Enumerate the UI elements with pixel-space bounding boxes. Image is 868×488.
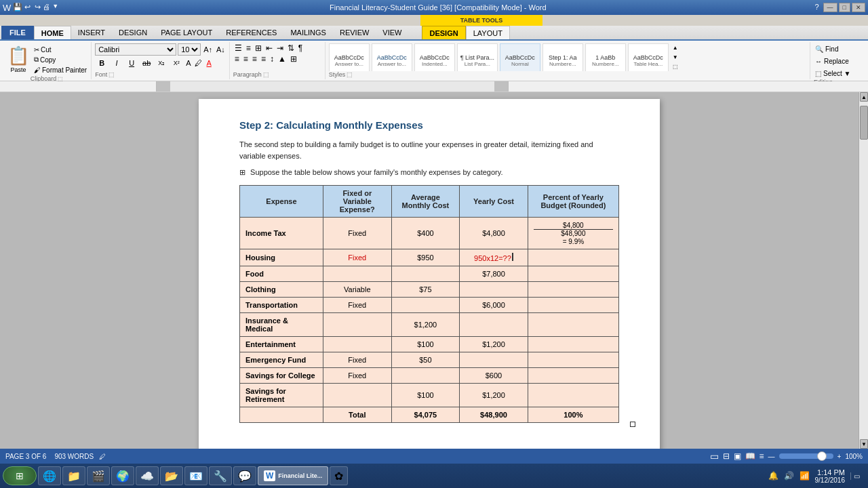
table-resize-handle[interactable] (630, 422, 635, 427)
tab-table-design[interactable]: DESIGN (422, 26, 465, 39)
decrease-indent-btn[interactable]: ⇤ (264, 43, 274, 53)
taskbar-app[interactable]: ✿ (330, 466, 348, 485)
styles-expand-icon[interactable]: ⬚ (347, 71, 353, 78)
cut-button[interactable]: ✂Cut (33, 45, 88, 54)
start-button[interactable]: ⊞ (3, 466, 37, 485)
font-expand-icon[interactable]: ⬚ (108, 71, 115, 78)
taskbar-show-desktop[interactable]: ▭ (850, 472, 860, 480)
borders-btn[interactable]: ⊞ (289, 54, 298, 64)
replace-button[interactable]: ↔Replace (814, 56, 863, 66)
table-move-handle[interactable]: ⊞ (239, 167, 245, 178)
zoom-in-btn[interactable]: + (837, 453, 842, 460)
cell-expense: Clothing (240, 281, 323, 297)
shading-btn[interactable]: ▲ (277, 54, 288, 64)
help-btn[interactable]: ? (812, 3, 821, 12)
copy-button[interactable]: ⧉Copy (33, 55, 88, 64)
undo-icon[interactable]: ↩ (24, 3, 31, 13)
view-reading-btn[interactable]: 📖 (745, 451, 755, 461)
style-list-para[interactable]: ¶ List Para... List Para... (457, 43, 498, 71)
taskbar-explorer[interactable]: 📁 (62, 466, 85, 485)
close-btn[interactable]: ✕ (852, 3, 865, 12)
tab-page-layout[interactable]: PAGE LAYOUT (154, 26, 219, 39)
view-print-btn[interactable]: ▣ (734, 451, 741, 461)
scroll-thumb[interactable] (860, 106, 868, 140)
increase-indent-btn[interactable]: ⇥ (275, 43, 285, 53)
style-answer1[interactable]: AaBbCcDc Answer to... (329, 43, 370, 71)
italic-btn[interactable]: I (110, 57, 123, 69)
tab-references[interactable]: REFERENCES (219, 26, 283, 39)
zoom-thumb[interactable] (817, 451, 827, 461)
zoom-slider[interactable] (779, 453, 833, 459)
multilevel-btn[interactable]: ⊞ (254, 43, 263, 53)
taskbar-outlook[interactable]: 📧 (184, 466, 208, 485)
align-left-btn[interactable]: ≡ (233, 54, 241, 64)
show-para-btn[interactable]: ¶ (297, 43, 304, 53)
styles-scroll-down[interactable]: ▲ ▼ ⬚ (671, 43, 680, 71)
paste-button[interactable]: 📋 Paste (5, 43, 31, 75)
tab-home[interactable]: HOME (34, 26, 71, 39)
align-center-btn[interactable]: ≡ (242, 54, 250, 64)
tab-review[interactable]: REVIEW (333, 26, 376, 39)
select-button[interactable]: ⬚Select ▼ (814, 68, 863, 79)
taskbar-speaker-icon[interactable]: 🔊 (784, 471, 794, 481)
redo-icon[interactable]: ↪ (35, 3, 41, 13)
taskbar-notif-icon[interactable]: 🔔 (768, 471, 778, 481)
taskbar-onedrive[interactable]: ☁️ (136, 466, 159, 485)
tab-mailings[interactable]: MAILINGS (283, 26, 333, 39)
taskbar-chrome[interactable]: 🌍 (111, 466, 134, 485)
scroll-up-btn[interactable]: ▲ (860, 92, 868, 102)
customize-icon[interactable]: ▼ (52, 3, 58, 13)
style-table-heading[interactable]: AaBbCcDc Table Hea... (628, 43, 669, 71)
tab-design[interactable]: DESIGN (112, 26, 154, 39)
style-numbere2[interactable]: 1 AaBb Numbere... (585, 43, 626, 71)
taskbar-tools[interactable]: 🔧 (209, 466, 232, 485)
taskbar-network-icon[interactable]: 📶 (800, 471, 810, 481)
subscript-btn[interactable]: X₂ (155, 57, 168, 69)
proofing-icon[interactable]: 🖊 (99, 453, 106, 460)
shrink-font-btn[interactable]: A↓ (215, 45, 226, 54)
vertical-scrollbar[interactable]: ▲ ▼ (859, 92, 868, 449)
text-effects-btn[interactable]: A (184, 59, 192, 67)
find-button[interactable]: 🔍Find (814, 43, 863, 54)
align-right-btn[interactable]: ≡ (251, 54, 258, 64)
font-size-select[interactable]: 10 (178, 43, 201, 56)
zoom-out-btn[interactable]: — (768, 453, 775, 460)
tab-table-layout[interactable]: LAYOUT (466, 26, 510, 39)
para-expand-icon[interactable]: ⬚ (263, 71, 269, 78)
style-answer2[interactable]: AaBbCcDc Answer to... (372, 43, 412, 71)
tab-insert[interactable]: INSERT (71, 26, 112, 39)
numbering-btn[interactable]: ≡ (245, 43, 252, 53)
line-spacing-btn[interactable]: ↕ (269, 54, 275, 64)
grow-font-btn[interactable]: A↑ (202, 45, 214, 54)
justify-btn[interactable]: ≡ (260, 54, 267, 64)
format-painter-button[interactable]: 🖌Format Painter (33, 65, 88, 75)
taskbar-files[interactable]: 📂 (160, 466, 183, 485)
bullets-btn[interactable]: ☰ (233, 43, 243, 53)
minimize-btn[interactable]: — (823, 3, 837, 12)
superscript-btn[interactable]: X² (170, 57, 183, 69)
strikethrough-btn[interactable]: ab (140, 57, 153, 69)
tab-view[interactable]: VIEW (376, 26, 408, 39)
style-step1[interactable]: Step 1: Aa Numbere... (542, 43, 583, 71)
text-highlight-btn[interactable]: 🖊 (193, 59, 203, 67)
restore-btn[interactable]: □ (839, 3, 850, 12)
taskbar-skype[interactable]: 💬 (233, 466, 256, 485)
style-normal[interactable]: AaBbCcDc Normal (500, 43, 540, 71)
bold-btn[interactable]: B (95, 57, 108, 69)
view-normal-btn[interactable]: ▭ (710, 451, 719, 462)
print-icon[interactable]: 🖨 (43, 3, 50, 13)
save-icon[interactable]: 💾 (13, 3, 22, 13)
view-web-btn[interactable]: ⊟ (723, 451, 730, 461)
view-draft-btn[interactable]: ≡ (760, 451, 764, 461)
taskbar-word[interactable]: W Financial Lite... (258, 466, 328, 485)
cell-yearly-formula[interactable]: 950x12=?? (460, 249, 528, 266)
style-indented[interactable]: AaBbCcDc Indented... (414, 43, 455, 71)
font-color-btn[interactable]: A (205, 59, 212, 67)
taskbar-media[interactable]: 🎬 (87, 466, 110, 485)
taskbar-ie[interactable]: 🌐 (38, 466, 61, 485)
tab-file[interactable]: FILE (1, 26, 34, 39)
underline-btn[interactable]: U (125, 57, 138, 69)
scroll-down-btn[interactable]: ▼ (860, 439, 868, 449)
font-name-select[interactable]: Calibri (95, 43, 176, 56)
sort-btn[interactable]: ⇅ (286, 43, 296, 53)
